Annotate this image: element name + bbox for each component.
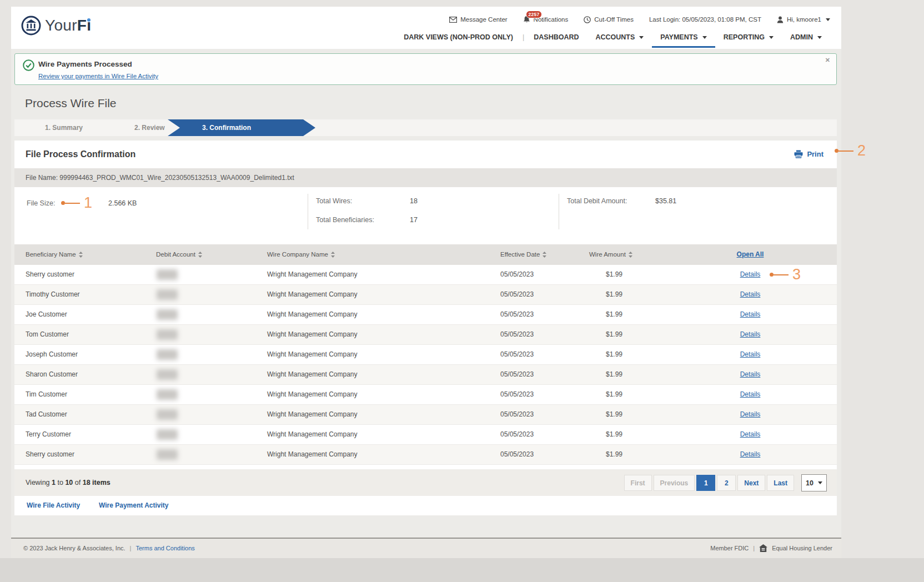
debit-account-redacted [157,389,178,400]
nav-admin[interactable]: ADMIN [782,32,830,46]
nav-dark-views[interactable]: DARK VIEWS (NON-PROD ONLY) [395,32,521,46]
open-all-link[interactable]: Open All [720,244,781,265]
pager-controls: First Previous 1 2 Next Last 10 [624,474,827,491]
notifications-badge: 2257 [526,11,543,18]
total-debit-label: Total Debit Amount: [567,197,627,205]
sort-icon [198,252,202,258]
beneficiary-cell: Timothy Customer [26,285,80,304]
user-icon [777,16,784,23]
wire-payment-activity-link[interactable]: Wire Payment Activity [99,501,169,509]
step-review[interactable]: 2. Review [134,119,165,136]
check-circle-icon [23,59,34,71]
date-cell: 05/05/2023 [500,445,534,464]
app-header: YourFi Message Center 2257 Notifications [11,7,841,49]
table-row: Sherry customer Wright Management Compan… [14,445,837,465]
details-link[interactable]: Details [720,305,781,324]
confirmation-card: File Process Confirmation Print File Nam… [14,141,837,515]
file-name-bar: File Name: 999994463_PROD_WMC01_Wire_202… [14,168,837,187]
nav-accounts[interactable]: ACCOUNTS [587,32,652,46]
bank-icon [21,16,41,36]
details-link[interactable]: Details [720,365,781,384]
previous-page-button[interactable]: Previous [654,475,695,491]
page-content: Wire Payments Processed Review your paym… [11,49,841,538]
step-summary[interactable]: 1. Summary [45,119,83,136]
footer-separator: | [130,539,132,558]
next-page-button[interactable]: Next [737,475,765,491]
date-cell: 05/05/2023 [500,305,534,324]
date-cell: 05/05/2023 [500,405,534,424]
card-footer-links: Wire File Activity Wire Payment Activity [14,496,837,515]
date-cell: 05/05/2023 [500,265,534,284]
main-nav: DARK VIEWS (NON-PROD ONLY) | DASHBOARD A… [395,32,830,48]
file-stats-panel: File Size: 2.566 KB Total Wires: 18 Tota… [14,187,837,236]
company-cell: Wright Management Company [267,405,358,424]
details-link[interactable]: Details [720,425,781,444]
details-link[interactable]: Details [720,445,781,464]
sort-icon [331,252,335,258]
terms-and-conditions-link[interactable]: Terms and Conditions [135,539,194,558]
card-heading: File Process Confirmation [26,149,135,159]
company-cell: Wright Management Company [267,445,358,464]
debit-account-redacted [157,269,178,280]
print-button[interactable]: Print [794,150,823,158]
copyright-text: © 2023 Jack Henry & Associates, Inc. [23,539,125,558]
sort-icon [629,252,632,258]
step-bar: 1. Summary 2. Review 3. Confirmation [14,119,837,136]
divider [308,194,308,229]
page-size-select[interactable]: 10 [801,474,827,491]
nav-separator: | [521,32,525,41]
details-link[interactable]: Details [720,385,781,404]
column-header-wire-amount[interactable]: Wire Amount [589,244,632,265]
chevron-down-icon [702,36,707,39]
last-page-button[interactable]: Last [767,475,794,491]
debit-account-redacted [157,329,178,340]
notifications-link[interactable]: 2257 Notifications [523,16,569,23]
debit-account-redacted [157,429,178,440]
details-link[interactable]: Details [720,405,781,424]
nav-payments[interactable]: PAYMENTS [652,32,715,48]
company-cell: Wright Management Company [267,325,358,344]
nav-dashboard[interactable]: DASHBOARD [525,32,587,46]
column-header-debit-account[interactable]: Debit Account [156,244,202,265]
amount-cell: $1.99 [592,425,636,444]
details-link[interactable]: Details [720,325,781,344]
process-wire-file-page: YourFi Message Center 2257 Notifications [0,0,924,582]
close-icon[interactable]: ✕ [825,57,830,64]
table-row: Tom Customer Wright Management Company 0… [14,325,837,345]
amount-cell: $1.99 [592,305,636,324]
yourfi-logo[interactable]: YourFi [21,16,91,36]
date-cell: 05/05/2023 [500,285,534,304]
debit-account-redacted [157,309,178,320]
page-1-button[interactable]: 1 [696,475,715,491]
amount-cell: $1.99 [592,365,636,384]
date-cell: 05/05/2023 [500,325,534,344]
details-link[interactable]: Details [720,265,781,284]
success-alert: Wire Payments Processed Review your paym… [14,53,837,85]
message-center-link[interactable]: Message Center [449,16,507,23]
company-cell: Wright Management Company [267,305,358,324]
amount-cell: $1.99 [592,345,636,364]
company-cell: Wright Management Company [267,285,358,304]
amount-cell: $1.99 [592,285,636,304]
nav-reporting[interactable]: REPORTING [715,32,782,46]
sort-icon [79,252,83,258]
date-cell: 05/05/2023 [500,385,534,404]
user-menu[interactable]: Hi, kmoore1 [777,16,830,23]
column-header-beneficiary-name[interactable]: Beneficiary Name [26,244,83,265]
details-link[interactable]: Details [720,285,781,304]
amount-cell: $1.99 [592,325,636,344]
column-header-effective-date[interactable]: Effective Date [500,244,546,265]
chevron-down-icon [818,481,822,484]
company-cell: Wright Management Company [267,345,358,364]
first-page-button[interactable]: First [624,475,652,491]
message-center-label: Message Center [460,16,507,23]
beneficiary-cell: Tom Customer [26,325,69,344]
cutoff-times-link[interactable]: Cut-Off Times [584,16,634,23]
page-2-button[interactable]: 2 [717,475,736,491]
wire-file-activity-link[interactable]: Wire File Activity [27,501,80,509]
alert-review-link[interactable]: Review your payments in Wire File Activi… [38,73,158,79]
step-confirmation[interactable]: 3. Confirmation [168,119,315,136]
amount-cell: $1.99 [592,265,636,284]
column-header-wire-company[interactable]: Wire Company Name [267,244,335,265]
details-link[interactable]: Details [720,345,781,364]
